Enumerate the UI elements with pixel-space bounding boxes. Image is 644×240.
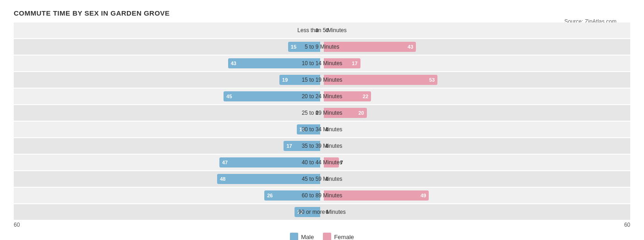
male-value-inside: 11 — [300, 127, 305, 132]
male-value-inside: 47 — [222, 160, 228, 165]
left-section: 48 — [14, 171, 322, 187]
left-section: 11 — [14, 122, 322, 137]
axis-right: 60 — [624, 222, 630, 228]
left-section: 0 — [14, 22, 322, 38]
male-bar: 47 — [219, 157, 320, 167]
left-section: 45 — [14, 89, 322, 104]
female-value-zero: 0 — [326, 143, 328, 149]
right-section: 0 — [322, 204, 630, 220]
female-value-zero: 0 — [326, 176, 328, 182]
female-bar: 17 — [324, 58, 360, 68]
left-section: 15 — [14, 39, 322, 55]
male-value-inside: 17 — [286, 143, 292, 149]
male-bar: 11 — [297, 124, 321, 134]
chart-row: 1290 or more Minutes0 — [14, 204, 630, 220]
female-bar: 43 — [324, 42, 416, 52]
female-value-zero: 0 — [326, 209, 328, 215]
male-value-zero: 0 — [316, 110, 318, 116]
male-bar: 17 — [284, 141, 320, 151]
male-bar: 26 — [264, 190, 320, 201]
left-section: 19 — [14, 72, 322, 88]
chart-row: 4520 to 24 Minutes22 — [14, 89, 630, 104]
female-value-inside: 53 — [429, 77, 435, 83]
legend-male: Male — [290, 233, 314, 240]
female-bar: 20 — [324, 108, 367, 118]
right-section: 43 — [322, 39, 630, 55]
male-value-inside: 26 — [267, 193, 273, 198]
male-bar: 12 — [295, 207, 320, 217]
male-bar: 45 — [224, 91, 320, 101]
left-section: 26 — [14, 188, 322, 203]
chart-row: 0Less than 5 Minutes0 — [14, 22, 630, 38]
right-section: 20 — [322, 105, 630, 121]
right-section: 17 — [322, 56, 630, 71]
right-section: 53 — [322, 72, 630, 88]
right-section: 0 — [322, 122, 630, 137]
female-bar: 49 — [324, 190, 429, 201]
chart-row: 4740 to 44 Minutes7 — [14, 155, 630, 170]
right-section: 0 — [322, 171, 630, 187]
chart-row: 025 to 29 Minutes20 — [14, 105, 630, 121]
female-bar: 53 — [324, 75, 437, 85]
female-value-inside: 43 — [408, 44, 413, 50]
left-section: 43 — [14, 56, 322, 71]
female-value-inside: 49 — [420, 193, 426, 198]
legend-male-box — [290, 233, 298, 240]
chart-container: 0Less than 5 Minutes0155 to 9 Minutes434… — [14, 22, 630, 220]
male-value-inside: 19 — [282, 77, 288, 83]
chart-row: 1130 to 34 Minutes0 — [14, 122, 630, 137]
male-bar: 43 — [228, 58, 320, 68]
male-value-zero: 0 — [316, 28, 318, 33]
male-value-inside: 45 — [226, 94, 232, 99]
chart-title: COMMUTE TIME BY SEX IN GARDEN GROVE — [14, 9, 630, 17]
female-bar: 22 — [324, 91, 371, 101]
chart-row: 2660 to 89 Minutes49 — [14, 188, 630, 203]
legend-female: Female — [323, 233, 354, 240]
legend-female-box — [323, 233, 331, 240]
right-section: 0 — [322, 22, 630, 38]
female-value-inside: 22 — [363, 94, 368, 99]
male-value-inside: 12 — [297, 209, 303, 215]
legend: Male Female — [14, 233, 630, 240]
female-value-inside: 20 — [358, 110, 364, 116]
chart-row: 4845 to 59 Minutes0 — [14, 171, 630, 187]
female-value-zero: 0 — [326, 127, 328, 132]
left-section: 0 — [14, 105, 322, 121]
male-value-inside: 15 — [291, 44, 296, 50]
legend-female-label: Female — [334, 234, 354, 240]
axis-left: 60 — [14, 222, 20, 228]
female-bar: 7 — [324, 157, 339, 167]
male-bar: 15 — [288, 42, 320, 52]
chart-row: 4310 to 14 Minutes17 — [14, 56, 630, 71]
chart-row: 1915 to 19 Minutes53 — [14, 72, 630, 88]
left-section: 12 — [14, 204, 322, 220]
right-section: 22 — [322, 89, 630, 104]
chart-row: 155 to 9 Minutes43 — [14, 39, 630, 55]
left-section: 47 — [14, 155, 322, 170]
legend-male-label: Male — [301, 234, 314, 240]
female-value-outside: 7 — [340, 160, 343, 165]
male-value-inside: 48 — [220, 176, 225, 182]
female-value-inside: 17 — [352, 61, 357, 66]
male-value-inside: 43 — [231, 61, 236, 66]
male-bar: 48 — [217, 174, 320, 184]
chart-row: 1735 to 39 Minutes0 — [14, 138, 630, 154]
right-section: 7 — [322, 155, 630, 170]
right-section: 0 — [322, 138, 630, 154]
male-bar: 19 — [279, 75, 320, 85]
left-section: 17 — [14, 138, 322, 154]
right-section: 49 — [322, 188, 630, 203]
female-value-zero: 0 — [326, 28, 328, 33]
axis-labels: 60 60 — [14, 222, 630, 228]
